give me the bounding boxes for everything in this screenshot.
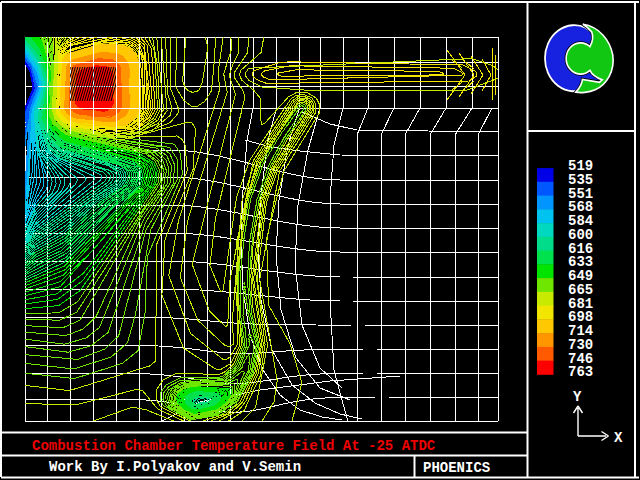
svg-text:Work By I.Polyakov and V.Semin: Work By I.Polyakov and V.Semin: [49, 459, 301, 475]
svg-text:PHOENICS: PHOENICS: [423, 460, 490, 476]
svg-text:Y: Y: [573, 389, 582, 405]
svg-text:Combustion Chamber Temperature: Combustion Chamber Temperature Field At …: [32, 438, 436, 454]
svg-text:763: 763: [568, 364, 593, 380]
svg-text:X: X: [614, 430, 623, 446]
